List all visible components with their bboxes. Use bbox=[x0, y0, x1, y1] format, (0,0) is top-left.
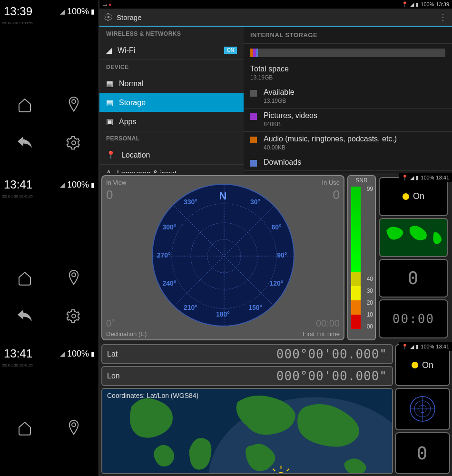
snr-seg-red bbox=[351, 315, 361, 329]
time: 13:41 bbox=[4, 347, 32, 360]
battery-pct: 100% bbox=[421, 344, 434, 349]
lat-value: 000°00'00.000" bbox=[276, 347, 387, 361]
seg-down bbox=[256, 49, 258, 57]
signal-icon: ◢ bbox=[410, 1, 414, 8]
battery-icon: ▮ bbox=[91, 8, 95, 15]
location-pin-icon[interactable] bbox=[64, 95, 83, 114]
storage-total[interactable]: Total space13.19GB bbox=[244, 62, 452, 85]
lon-value: 000°00'00.000" bbox=[276, 369, 387, 383]
status-dot-icon bbox=[403, 193, 409, 200]
storage-icon: ▤ bbox=[106, 98, 113, 107]
battery-pct: 100% bbox=[67, 349, 89, 359]
content-header: INTERNAL STORAGE bbox=[244, 27, 452, 44]
world-map[interactable]: Coordinates: Lat/Lon (WGS84) bbox=[101, 388, 393, 474]
battery-pct: 100% bbox=[421, 1, 434, 7]
location-pin-icon[interactable] bbox=[64, 418, 83, 437]
fft-val: 00:00 bbox=[316, 318, 340, 329]
svg-point-2 bbox=[108, 16, 110, 19]
battery-pct: 100% bbox=[421, 175, 434, 180]
lp-status: 13:41 ◢ 100% ▮ bbox=[0, 342, 98, 362]
svg-point-12 bbox=[72, 423, 76, 426]
compass-panel: In View 0 In Use 0 Declination (E) 0° Fi… bbox=[101, 175, 344, 340]
nav-h-personal: PERSONAL bbox=[99, 131, 244, 146]
gear-icon[interactable] bbox=[64, 307, 83, 326]
fft-label: First Fix Time bbox=[303, 330, 340, 337]
card-radar[interactable] bbox=[395, 388, 450, 430]
lat-row[interactable]: Lat 000°00'00.000" bbox=[101, 344, 393, 364]
radar-icon bbox=[408, 395, 437, 423]
signal-icon: ◢ bbox=[410, 175, 414, 181]
sd-icon: ▭ bbox=[102, 1, 107, 8]
status-dot-icon bbox=[412, 362, 418, 368]
battery-icon: ▮ bbox=[416, 344, 419, 350]
coord-main: Lat 000°00'00.000" Lon 000°00'00.000" Co… bbox=[99, 342, 395, 476]
home-icon[interactable] bbox=[15, 95, 34, 114]
side-cards: On 0 00:00 bbox=[379, 175, 450, 340]
location-pin-icon[interactable] bbox=[64, 268, 83, 288]
signal-icon: ◢ bbox=[410, 344, 414, 350]
time: 13:41 bbox=[436, 344, 449, 349]
storage-available[interactable]: Available13.19GB bbox=[244, 85, 452, 109]
nav-label: Wi-Fi bbox=[118, 46, 135, 55]
nav-normal[interactable]: ▦Normal bbox=[99, 74, 244, 93]
lp-status: 13:41 ◢ 100% ▮ bbox=[0, 173, 98, 193]
home-icon[interactable] bbox=[15, 268, 34, 288]
map-label: Coordinates: Lat/Lon (WGS84) bbox=[107, 392, 198, 399]
svg-point-1 bbox=[72, 141, 76, 145]
compass-n: N bbox=[219, 190, 227, 202]
nav-apps[interactable]: ▣Apps bbox=[99, 112, 244, 131]
time: 13:39 bbox=[4, 5, 32, 18]
nav-storage[interactable]: ▤Storage bbox=[99, 93, 244, 112]
storage-downloads[interactable]: Downloads bbox=[244, 155, 452, 171]
apps-icon: ▣ bbox=[106, 117, 113, 126]
card-timer[interactable]: 00:00 bbox=[379, 299, 448, 338]
svg-point-3 bbox=[72, 273, 76, 277]
swatch bbox=[250, 90, 257, 97]
page-title: Storage bbox=[117, 13, 142, 21]
android-status-bar: 📍 ◢ ▮ 100% 13:41 bbox=[399, 173, 452, 182]
inview-val: 0 bbox=[106, 188, 113, 202]
nav-wifi[interactable]: ◢ Wi-Fi ON bbox=[99, 41, 244, 60]
nav-h-wireless: WIRELESS & NETWORKS bbox=[99, 27, 244, 41]
overflow-menu-icon[interactable]: ⋮ bbox=[439, 12, 447, 22]
wifi-icon: ◢ bbox=[60, 8, 65, 15]
svg-point-4 bbox=[72, 314, 76, 318]
card-worldmap[interactable] bbox=[379, 218, 448, 257]
snr-seg-yellow2 bbox=[351, 286, 361, 300]
nav-language[interactable]: ALanguage & input bbox=[99, 165, 244, 173]
settings-nav: WIRELESS & NETWORKS ◢ Wi-Fi ON DEVICE ▦N… bbox=[99, 27, 244, 173]
storage-content: INTERNAL STORAGE Total space13.19GB Avai… bbox=[244, 27, 452, 173]
gear-icon[interactable] bbox=[64, 133, 83, 152]
card-counter[interactable]: 0 bbox=[395, 432, 450, 474]
time: 13:41 bbox=[436, 175, 449, 180]
left-panel-3: 13:41 ◢ 100% ▮ 2016-1-30 13:41:25 bbox=[0, 342, 99, 476]
lon-row[interactable]: Lon 000°00'00.000" bbox=[101, 366, 393, 386]
swatch bbox=[250, 137, 257, 143]
settings-header: Storage ⋮ bbox=[99, 9, 452, 27]
card-counter[interactable]: 0 bbox=[379, 259, 448, 298]
nav-location[interactable]: 📍Location bbox=[99, 146, 244, 165]
home-icon[interactable] bbox=[15, 418, 34, 437]
storage-pictures[interactable]: Pictures, videos840KB bbox=[244, 109, 452, 132]
card-on[interactable]: On bbox=[379, 177, 448, 216]
declination-val: 0° bbox=[106, 318, 115, 329]
settings-panel: ▭ ● 📍 ◢ ▮ 100% 13:39 Storage ⋮ WIRELESS … bbox=[99, 0, 452, 173]
wifi-toggle[interactable]: ON bbox=[224, 47, 237, 54]
back-undo-icon[interactable] bbox=[15, 133, 34, 152]
android-status-bar: 📍 ◢ ▮ 100% 13:41 bbox=[399, 342, 452, 351]
nav-icon: ▦ bbox=[106, 79, 113, 88]
svg-point-0 bbox=[72, 99, 76, 103]
location-icon: 📍 bbox=[106, 150, 116, 159]
declination-label: Declination (E) bbox=[106, 330, 147, 337]
storage-audio[interactable]: Audio (music, ringtones, podcasts, etc.)… bbox=[244, 132, 452, 155]
snr-seg-yellow bbox=[351, 272, 361, 286]
lp-status: 13:39 ◢ 100% ▮ bbox=[0, 0, 98, 20]
snr-seg-green bbox=[351, 187, 361, 272]
compass: N 30° 60° 90° 120° 150° 180° 210° 240° 2… bbox=[152, 184, 295, 327]
back-undo-icon[interactable] bbox=[15, 307, 34, 326]
timestamp: 2016-1-30 13:41:25 bbox=[0, 362, 98, 368]
lang-icon: A bbox=[106, 169, 111, 173]
wifi-icon: ◢ bbox=[60, 181, 65, 188]
timestamp: 2016-1-30 13:39:56 bbox=[0, 20, 98, 26]
wifi-icon: ◢ bbox=[106, 46, 112, 55]
